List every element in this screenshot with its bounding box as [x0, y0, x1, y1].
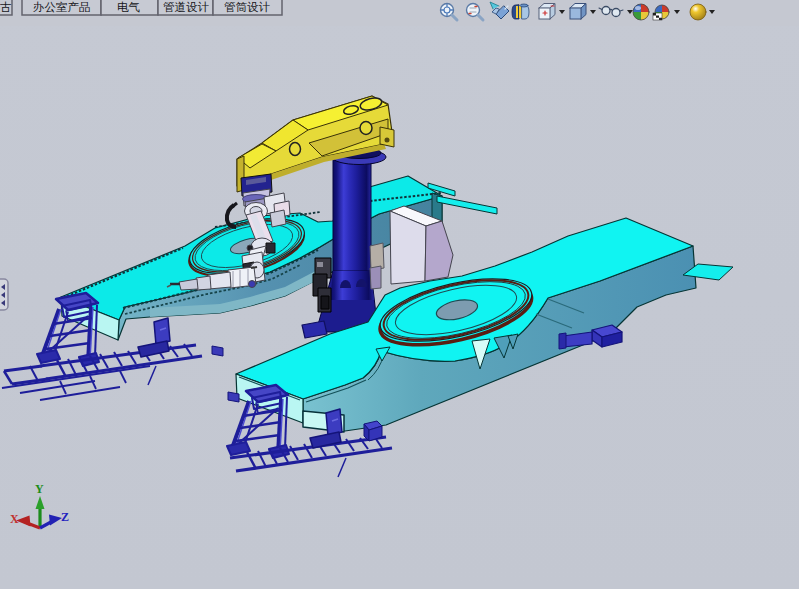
svg-text:X: X — [10, 512, 19, 526]
svg-text:Y: Y — [35, 482, 44, 496]
svg-text:古: 古 — [0, 1, 12, 13]
svg-text:管道设计: 管道设计 — [163, 1, 210, 13]
svg-text:电气: 电气 — [117, 1, 140, 13]
svg-text:办公室产品: 办公室产品 — [33, 1, 91, 13]
svg-text:Z: Z — [61, 510, 69, 524]
svg-text:管筒设计: 管筒设计 — [224, 1, 271, 13]
